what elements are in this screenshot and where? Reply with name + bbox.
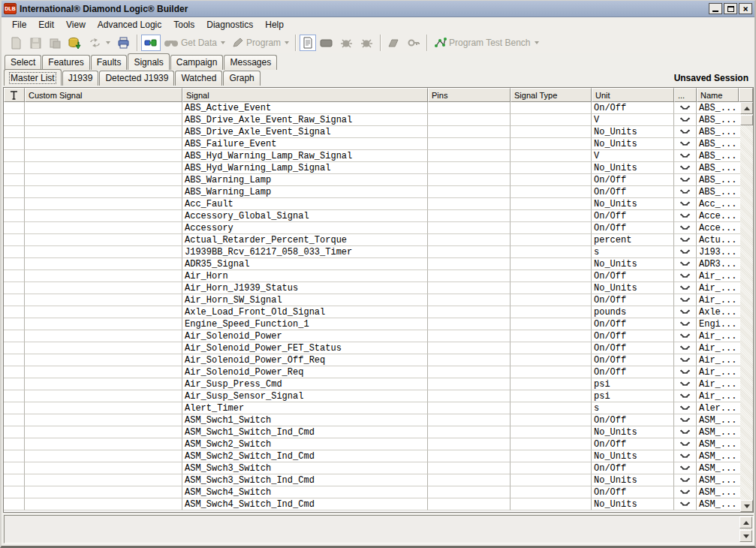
print-button[interactable] [113,34,134,52]
cell-signal[interactable]: ABS_Drive_Axle_Event_Raw_Signal [182,114,428,126]
cell-pins[interactable] [428,378,511,390]
cell-custom-signal[interactable] [25,234,182,246]
cell-dropdown[interactable] [674,414,697,426]
cell-unit[interactable]: On/Off [592,174,674,186]
cell-custom-signal[interactable] [25,270,182,282]
cell-custom-signal[interactable] [25,378,182,390]
cell-signal[interactable]: ASM_Swch1_Switch [182,414,428,426]
cell-custom-signal[interactable] [25,450,182,462]
cell-unit[interactable]: On/Off [592,342,674,354]
tab-features[interactable]: Features [42,55,89,70]
cell-name[interactable]: Air_... [697,294,740,306]
cell-custom-signal[interactable] [25,102,182,114]
cell-unit[interactable]: On/Off [592,270,674,282]
cell-unit[interactable]: percent [592,234,674,246]
cell-unit[interactable]: No_Units [592,426,674,438]
cell-signal[interactable]: ABS_Failure_Event [182,138,428,150]
cell-signal-type[interactable] [511,174,592,186]
cell-signal-type[interactable] [511,342,592,354]
cell-filter[interactable] [4,186,25,198]
minimize-button[interactable] [709,3,722,14]
cell-signal[interactable]: Air_Horn [182,270,428,282]
cell-custom-signal[interactable] [25,114,182,126]
cell-unit[interactable]: No_Units [592,498,674,510]
table-vertical-scrollbar[interactable] [740,102,753,512]
cell-dropdown[interactable] [674,174,697,186]
cell-filter[interactable] [4,234,25,246]
cell-signal-type[interactable] [511,462,592,474]
cell-name[interactable]: Aler... [697,402,740,414]
cell-filter[interactable] [4,414,25,426]
program-test-bench-button[interactable]: Program Test Bench [431,35,542,51]
cell-dropdown[interactable] [674,462,697,474]
get-data-dropdown-caret[interactable] [221,41,225,44]
cell-custom-signal[interactable] [25,342,182,354]
cell-name[interactable]: Air_... [697,378,740,390]
cell-custom-signal[interactable] [25,354,182,366]
cell-dropdown[interactable] [674,474,697,486]
cell-signal-type[interactable] [511,186,592,198]
cell-custom-signal[interactable] [25,414,182,426]
cell-pins[interactable] [428,246,511,258]
cell-dropdown[interactable] [674,222,697,234]
cell-signal[interactable]: Axle_Load_Front_Old_Signal [182,306,428,318]
table-row[interactable]: ASM_Swch4_Switch On/Off ASM_... [4,486,740,498]
cell-custom-signal[interactable] [25,210,182,222]
cell-custom-signal[interactable] [25,162,182,174]
cell-pins[interactable] [428,414,511,426]
table-row[interactable]: Air_Horn On/Off Air_... [4,270,740,282]
import-data-button[interactable] [65,34,85,52]
cell-custom-signal[interactable] [25,198,182,210]
table-row[interactable]: Air_Solenoid_Power On/Off Air_... [4,330,740,342]
get-data-button[interactable]: Get Data [161,35,228,50]
cell-filter[interactable] [4,330,25,342]
table-row[interactable]: ASM_Swch2_Switch On/Off ASM_... [4,438,740,450]
cell-dropdown[interactable] [674,498,697,510]
cell-signal-type[interactable] [511,378,592,390]
cell-unit[interactable]: On/Off [592,414,674,426]
cell-pins[interactable] [428,438,511,450]
cell-pins[interactable] [428,342,511,354]
cell-signal[interactable]: ASM_Swch4_Switch_Ind_Cmd [182,498,428,510]
cell-signal-type[interactable] [511,330,592,342]
scroll-up-button[interactable] [739,516,752,528]
column-header-name[interactable]: Name [697,88,739,102]
cell-filter[interactable] [4,450,25,462]
table-row[interactable]: Acc_Fault No_Units Acc_... [4,198,740,210]
cell-pins[interactable] [428,162,511,174]
cell-dropdown[interactable] [674,438,697,450]
cell-custom-signal[interactable] [25,426,182,438]
cell-dropdown[interactable] [674,246,697,258]
cell-name[interactable]: Engi... [697,318,740,330]
cell-signal-type[interactable] [511,210,592,222]
cell-filter[interactable] [4,306,25,318]
cell-dropdown[interactable] [674,318,697,330]
cell-filter[interactable] [4,462,25,474]
cell-signal[interactable]: Air_Horn_SW_Signal [182,294,428,306]
cell-pins[interactable] [428,318,511,330]
cell-dropdown[interactable] [674,294,697,306]
cell-dropdown[interactable] [674,426,697,438]
cell-name[interactable]: ASM_... [697,498,740,510]
cell-pins[interactable] [428,114,511,126]
cell-custom-signal[interactable] [25,282,182,294]
table-row[interactable]: Air_Susp_Sensor_Signal psi Air_... [4,390,740,402]
new-document-button[interactable] [6,34,26,52]
table-row[interactable]: Air_Susp_Press_Cmd psi Air_... [4,378,740,390]
cell-signal[interactable]: ABS_Hyd_Warning_Lamp_Raw_Signal [182,150,428,162]
cell-signal-type[interactable] [511,282,592,294]
cell-name[interactable]: ABS_... [697,174,740,186]
cell-dropdown[interactable] [674,198,697,210]
cell-dropdown[interactable] [674,330,697,342]
cell-pins[interactable] [428,138,511,150]
cell-signal[interactable]: ADR35_Signal [182,258,428,270]
cell-unit[interactable]: s [592,246,674,258]
tab-signals[interactable]: Signals [128,53,169,70]
cell-dropdown[interactable] [674,138,697,150]
table-row[interactable]: ASM_Swch3_Switch_Ind_Cmd No_Units ASM_..… [4,474,740,486]
cell-filter[interactable] [4,378,25,390]
cell-name[interactable]: ABS_... [697,102,740,114]
cell-unit[interactable]: psi [592,390,674,402]
cell-filter[interactable] [4,126,25,138]
sync-button[interactable] [85,34,113,52]
